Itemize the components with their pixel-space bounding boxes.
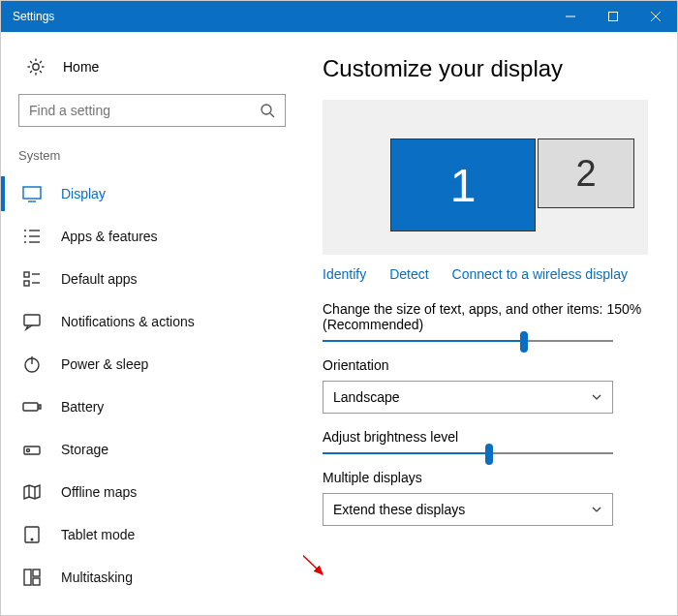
sidebar-item-battery[interactable]: Battery xyxy=(1,385,303,428)
brightness-setting: Adjust brightness level xyxy=(323,429,648,454)
sidebar-item-tablet[interactable]: Tablet mode xyxy=(1,513,303,556)
orientation-value: Landscape xyxy=(333,389,400,405)
chat-icon xyxy=(22,312,42,331)
svg-point-29 xyxy=(31,539,33,540)
scale-slider[interactable] xyxy=(323,340,613,342)
svg-point-25 xyxy=(27,449,30,452)
sidebar-item-apps[interactable]: Apps & features xyxy=(1,215,303,258)
list-icon xyxy=(22,227,42,246)
display-icon xyxy=(22,184,42,203)
svg-point-4 xyxy=(33,64,39,70)
brightness-slider[interactable] xyxy=(323,452,613,454)
display-arrangement[interactable]: 1 2 xyxy=(323,100,648,255)
orientation-setting: Orientation Landscape xyxy=(323,357,648,414)
chevron-down-icon xyxy=(591,504,602,515)
svg-rect-23 xyxy=(39,405,41,409)
slider-thumb[interactable] xyxy=(485,444,493,465)
battery-icon xyxy=(22,397,42,416)
wireless-link[interactable]: Connect to a wireless display xyxy=(452,266,628,282)
svg-line-6 xyxy=(270,113,274,117)
svg-rect-30 xyxy=(24,570,31,585)
brightness-label: Adjust brightness level xyxy=(323,429,648,445)
orientation-select[interactable]: Landscape xyxy=(323,381,613,414)
sidebar-item-multitasking[interactable]: Multitasking xyxy=(1,556,303,599)
detect-link[interactable]: Detect xyxy=(389,266,428,282)
home-button[interactable]: Home xyxy=(1,53,303,94)
home-label: Home xyxy=(63,59,99,75)
window-controls xyxy=(549,1,677,32)
sidebar-item-power[interactable]: Power & sleep xyxy=(1,343,303,385)
svg-rect-7 xyxy=(23,187,41,199)
nav-list: Display Apps & features Default apps Not… xyxy=(1,172,303,615)
monitor-2[interactable]: 2 xyxy=(538,139,634,208)
svg-rect-32 xyxy=(33,578,40,585)
identify-link[interactable]: Identify xyxy=(323,266,366,282)
monitor-1[interactable]: 1 xyxy=(390,139,536,231)
svg-rect-1 xyxy=(609,13,618,21)
svg-rect-15 xyxy=(24,272,29,277)
search-input[interactable] xyxy=(18,94,286,127)
sidebar-group-label: System xyxy=(1,148,303,172)
sidebar-item-label: Notifications & actions xyxy=(61,314,195,329)
sidebar-item-label: Multitasking xyxy=(61,570,133,585)
svg-rect-19 xyxy=(24,315,40,325)
sidebar-item-label: Battery xyxy=(61,399,104,415)
titlebar: Settings xyxy=(1,1,677,32)
defaults-icon xyxy=(22,269,42,289)
multiple-value: Extend these displays xyxy=(333,502,465,517)
search-field[interactable] xyxy=(29,103,260,118)
svg-rect-16 xyxy=(24,281,29,286)
preview-actions: Identify Detect Connect to a wireless di… xyxy=(323,266,648,282)
sidebar-item-storage[interactable]: Storage xyxy=(1,428,303,471)
chevron-down-icon xyxy=(591,391,602,403)
sidebar-item-maps[interactable]: Offline maps xyxy=(1,471,303,513)
sidebar-item-label: Offline maps xyxy=(61,484,137,500)
sidebar-item-label: Storage xyxy=(61,442,108,457)
svg-rect-22 xyxy=(23,403,38,411)
scale-label: Change the size of text, apps, and other… xyxy=(323,301,648,332)
sidebar-item-display[interactable]: Display xyxy=(1,172,303,215)
storage-icon xyxy=(22,440,42,459)
multiple-displays-select[interactable]: Extend these displays xyxy=(323,493,613,526)
sidebar-item-label: Display xyxy=(61,186,106,201)
page-title: Customize your display xyxy=(323,55,648,82)
multitask-icon xyxy=(22,568,42,587)
sidebar-item-label: Apps & features xyxy=(61,229,158,244)
search-icon xyxy=(260,103,275,118)
scale-setting: Change the size of text, apps, and other… xyxy=(323,301,648,342)
sidebar-item-label: Power & sleep xyxy=(61,356,148,372)
maximize-button[interactable] xyxy=(592,1,634,32)
tablet-icon xyxy=(22,525,42,544)
main-panel: Customize your display 1 2 Identify Dete… xyxy=(303,32,677,615)
power-icon xyxy=(22,354,42,374)
multiple-displays-setting: Multiple displays Extend these displays xyxy=(323,470,648,526)
sidebar-item-label: Tablet mode xyxy=(61,527,135,542)
svg-point-5 xyxy=(262,105,271,114)
svg-rect-31 xyxy=(33,570,40,576)
sidebar-item-default-apps[interactable]: Default apps xyxy=(1,258,303,300)
orientation-label: Orientation xyxy=(323,357,648,373)
slider-thumb[interactable] xyxy=(520,331,528,353)
gear-icon xyxy=(26,57,46,77)
sidebar-item-label: Default apps xyxy=(61,271,138,287)
sidebar-item-notifications[interactable]: Notifications & actions xyxy=(1,300,303,343)
window-title: Settings xyxy=(13,10,549,23)
map-icon xyxy=(22,482,42,502)
sidebar: Home System Display Apps & features Defa… xyxy=(1,32,303,615)
minimize-button[interactable] xyxy=(549,1,592,32)
multiple-label: Multiple displays xyxy=(323,470,648,485)
close-button[interactable] xyxy=(634,1,677,32)
